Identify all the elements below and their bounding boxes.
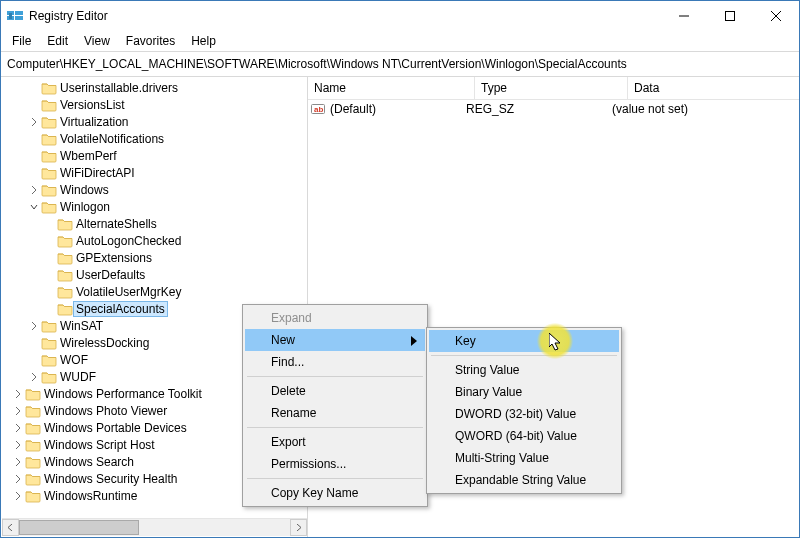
tree-horizontal-scrollbar[interactable] [2, 518, 307, 536]
tree-node-label: AlternateShells [76, 217, 157, 231]
menu-help[interactable]: Help [184, 33, 223, 49]
tree-node-label: GPExtensions [76, 251, 152, 265]
expand-icon[interactable] [11, 424, 25, 432]
titlebar[interactable]: Registry Editor [1, 1, 799, 31]
menu-file[interactable]: File [5, 33, 38, 49]
folder-icon [25, 387, 41, 401]
folder-icon [41, 319, 57, 333]
folder-icon [25, 489, 41, 503]
folder-icon [25, 455, 41, 469]
list-row[interactable]: ab (Default) REG_SZ (value not set) [308, 100, 799, 118]
tree-node-label: WindowsRuntime [44, 489, 137, 503]
svg-marker-12 [549, 333, 560, 350]
folder-icon [41, 353, 57, 367]
expand-icon[interactable] [27, 118, 41, 126]
ctx-find[interactable]: Find... [245, 351, 425, 373]
tree-node-label: WiFiDirectAPI [60, 166, 135, 180]
folder-icon [57, 285, 73, 299]
tree-node[interactable]: WbemPerf [1, 147, 307, 164]
ctx-rename[interactable]: Rename [245, 402, 425, 424]
tree-node-label: WinSAT [60, 319, 103, 333]
expand-collapse-icon[interactable] [27, 203, 41, 211]
sub-dword-value[interactable]: DWORD (32-bit) Value [429, 403, 619, 425]
folder-icon [41, 370, 57, 384]
col-name[interactable]: Name [308, 77, 475, 99]
sub-multi-string-value[interactable]: Multi-String Value [429, 447, 619, 469]
scroll-track[interactable] [19, 519, 290, 536]
expand-icon[interactable] [11, 492, 25, 500]
menu-favorites[interactable]: Favorites [119, 33, 182, 49]
col-data[interactable]: Data [628, 77, 799, 99]
col-type[interactable]: Type [475, 77, 628, 99]
tree-node-label: WOF [60, 353, 88, 367]
tree-node-label: Windows Search [44, 455, 134, 469]
ctx-expand: Expand [245, 307, 425, 329]
tree-node-label: WirelessDocking [60, 336, 149, 350]
ctx-new[interactable]: New [245, 329, 425, 351]
menu-edit[interactable]: Edit [40, 33, 75, 49]
ctx-permissions[interactable]: Permissions... [245, 453, 425, 475]
tree-node[interactable]: Virtualization [1, 113, 307, 130]
expand-icon[interactable] [27, 373, 41, 381]
folder-icon [41, 98, 57, 112]
tree-node[interactable]: Windows [1, 181, 307, 198]
tree-node[interactable]: AlternateShells [1, 215, 307, 232]
tree-node-label: Windows Portable Devices [44, 421, 187, 435]
svg-rect-4 [9, 13, 12, 19]
menu-view[interactable]: View [77, 33, 117, 49]
ctx-export[interactable]: Export [245, 431, 425, 453]
address-bar[interactable]: Computer\HKEY_LOCAL_MACHINE\SOFTWARE\Mic… [1, 51, 799, 77]
close-button[interactable] [753, 1, 799, 31]
folder-icon [41, 166, 57, 180]
sub-key[interactable]: Key [429, 330, 619, 352]
tree-node-label: UserDefaults [76, 268, 145, 282]
tree-node[interactable]: WiFiDirectAPI [1, 164, 307, 181]
ctx-separator [247, 376, 423, 377]
tree-node[interactable]: VersionsList [1, 96, 307, 113]
tree-node-label: VolatileUserMgrKey [76, 285, 181, 299]
expand-icon[interactable] [11, 458, 25, 466]
tree-node[interactable]: UserDefaults [1, 266, 307, 283]
tree-node[interactable]: VolatileUserMgrKey [1, 283, 307, 300]
sub-expandable-string-value[interactable]: Expandable String Value [429, 469, 619, 491]
sub-binary-value[interactable]: Binary Value [429, 381, 619, 403]
tree-node[interactable]: AutoLogonChecked [1, 232, 307, 249]
expand-icon[interactable] [11, 441, 25, 449]
folder-icon [41, 115, 57, 129]
ctx-delete[interactable]: Delete [245, 380, 425, 402]
tree-node[interactable]: Userinstallable.drivers [1, 79, 307, 96]
folder-icon [41, 200, 57, 214]
tree-node-label: Winlogon [60, 200, 110, 214]
scroll-right-button[interactable] [290, 519, 307, 536]
cursor-icon [549, 333, 563, 356]
folder-icon [57, 217, 73, 231]
expand-icon[interactable] [11, 475, 25, 483]
folder-icon [41, 336, 57, 350]
svg-marker-11 [411, 336, 417, 346]
window-title: Registry Editor [29, 9, 108, 23]
expand-icon[interactable] [27, 322, 41, 330]
svg-rect-3 [15, 16, 23, 20]
minimize-button[interactable] [661, 1, 707, 31]
tree-node-label: VersionsList [60, 98, 125, 112]
expand-icon[interactable] [11, 390, 25, 398]
expand-icon[interactable] [27, 186, 41, 194]
ctx-separator [247, 427, 423, 428]
string-value-icon: ab [310, 102, 326, 116]
tree-node[interactable]: Winlogon [1, 198, 307, 215]
maximize-button[interactable] [707, 1, 753, 31]
context-menu: Expand New Find... Delete Rename Export … [242, 304, 428, 507]
tree-node-label: WUDF [60, 370, 96, 384]
tree-node-label: Windows Photo Viewer [44, 404, 167, 418]
sub-qword-value[interactable]: QWORD (64-bit) Value [429, 425, 619, 447]
ctx-copy-key-name[interactable]: Copy Key Name [245, 482, 425, 504]
ctx-separator [431, 355, 617, 356]
folder-icon [41, 132, 57, 146]
scroll-thumb[interactable] [19, 520, 139, 535]
tree-node[interactable]: VolatileNotifications [1, 130, 307, 147]
tree-node[interactable]: GPExtensions [1, 249, 307, 266]
registry-editor-window: Registry Editor File Edit View Favorites… [0, 0, 800, 538]
expand-icon[interactable] [11, 407, 25, 415]
scroll-left-button[interactable] [2, 519, 19, 536]
sub-string-value[interactable]: String Value [429, 359, 619, 381]
